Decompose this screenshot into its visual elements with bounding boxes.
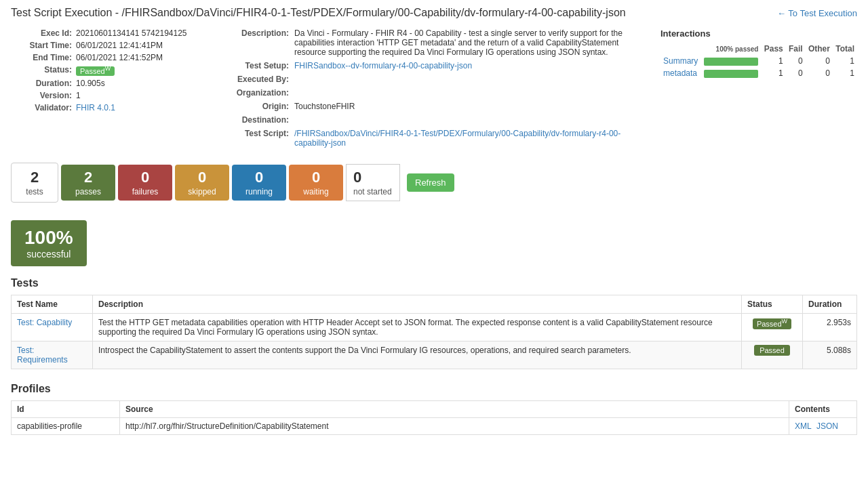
interaction-progress bbox=[701, 67, 762, 79]
desc-section: Description: Da Vinci - Formulary - FHIR… bbox=[214, 28, 647, 152]
success-pct: 100% bbox=[24, 227, 73, 249]
status-row: Status: PassedW bbox=[11, 65, 201, 76]
test-status-cell: PassedW bbox=[742, 314, 803, 341]
table-row: Test: Requirements Introspect the Capabi… bbox=[12, 341, 857, 369]
profile-source-cell: http://hl7.org/fhir/StructureDefinition/… bbox=[120, 418, 789, 435]
meta-section: Exec Id: 20210601134141 5742194125 Start… bbox=[11, 28, 201, 152]
progress-bar-fill bbox=[704, 70, 758, 78]
tests-header-row: Test Name Description Status Duration bbox=[12, 295, 857, 314]
status-badge: Passed bbox=[754, 345, 790, 356]
interactions-col-pass: Pass bbox=[761, 43, 785, 55]
progress-bar-fill bbox=[704, 58, 758, 66]
organization-row: Organization: bbox=[214, 88, 647, 98]
version-value: 1 bbox=[76, 91, 81, 100]
status-value: PassedW bbox=[76, 65, 115, 76]
col-description: Description bbox=[93, 295, 742, 314]
interactions-col-fail: Fail bbox=[786, 43, 806, 55]
page-title: Test Script Execution - /FHIRSandbox/DaV… bbox=[11, 7, 626, 19]
back-to-test-execution-link[interactable]: ← To Test Execution bbox=[777, 8, 857, 18]
not-started-num: 0 bbox=[353, 169, 393, 186]
executed-by-row: Executed By: bbox=[214, 75, 647, 84]
destination-label: Destination: bbox=[214, 115, 289, 125]
origin-label: Origin: bbox=[214, 102, 289, 111]
success-section: 100% successful bbox=[11, 220, 857, 266]
tests-table: Test Name Description Status Duration Te… bbox=[11, 295, 857, 369]
col-duration: Duration bbox=[803, 295, 857, 314]
interaction-pass: 1 bbox=[761, 67, 785, 79]
validator-value: FHIR 4.0.1 bbox=[76, 103, 115, 112]
test-status-cell: Passed bbox=[742, 341, 803, 369]
skipped-stat: 0 skipped bbox=[175, 165, 229, 201]
col-profile-id: Id bbox=[12, 401, 120, 418]
duration-label: Duration: bbox=[11, 79, 72, 88]
origin-value: TouchstoneFHIR bbox=[294, 102, 355, 111]
interactions-col-name bbox=[660, 43, 701, 55]
interaction-row: Summary 1 0 0 1 bbox=[660, 55, 857, 67]
not-started-label: not started bbox=[353, 187, 392, 196]
profiles-section: Profiles Id Source Contents capabilities… bbox=[11, 383, 857, 435]
interaction-link[interactable]: metadata bbox=[663, 68, 697, 78]
version-row: Version: 1 bbox=[11, 91, 201, 100]
interaction-total: 1 bbox=[833, 67, 857, 79]
interaction-progress bbox=[701, 55, 762, 67]
organization-label: Organization: bbox=[214, 88, 289, 98]
interactions-header-row: 100% passed Pass Fail Other Total bbox=[660, 43, 857, 55]
refresh-button[interactable]: Refresh bbox=[407, 173, 454, 192]
end-time-label: End Time: bbox=[11, 53, 72, 62]
exec-id-row: Exec Id: 20210601134141 5742194125 bbox=[11, 28, 201, 38]
exec-id-label: Exec Id: bbox=[11, 28, 72, 38]
list-item: capabilities-profile http://hl7.org/fhir… bbox=[12, 418, 857, 435]
interaction-other: 0 bbox=[806, 67, 833, 79]
passes-stat: 2 passes bbox=[61, 165, 115, 201]
interaction-fail: 0 bbox=[786, 67, 806, 79]
test-desc-cell: Introspect the CapabilityStatement to as… bbox=[93, 341, 742, 369]
test-name-cell: Test: Requirements bbox=[12, 341, 93, 369]
failures-label: failures bbox=[132, 187, 159, 196]
duration-value: 10.905s bbox=[76, 79, 105, 88]
waiting-stat: 0 waiting bbox=[289, 165, 343, 201]
stats-row: 2 tests 2 passes 0 failures 0 skipped 0 … bbox=[11, 163, 454, 203]
table-row: Test: Capability Test the HTTP GET metad… bbox=[12, 314, 857, 341]
profile-id-cell: capabilities-profile bbox=[12, 418, 120, 435]
profiles-table: Id Source Contents capabilities-profile … bbox=[11, 400, 857, 435]
col-profile-contents: Contents bbox=[789, 401, 857, 418]
tests-num: 2 bbox=[21, 169, 48, 186]
profiles-section-title: Profiles bbox=[11, 383, 857, 395]
test-desc-cell: Test the HTTP GET metadata capabilities … bbox=[93, 314, 742, 341]
running-stat: 0 running bbox=[232, 165, 286, 201]
desc-row: Description: Da Vinci - Formulary - FHIR… bbox=[214, 28, 647, 57]
profile-contents-cell: XML JSON bbox=[789, 418, 857, 435]
end-time-row: End Time: 06/01/2021 12:41:52PM bbox=[11, 53, 201, 62]
validator-link[interactable]: FHIR 4.0.1 bbox=[76, 103, 115, 112]
test-name-link[interactable]: Test: Requirements bbox=[17, 346, 68, 365]
col-status: Status bbox=[742, 295, 803, 314]
interaction-name: metadata bbox=[660, 67, 701, 79]
setup-row: Test Setup: FHIRSandbox--dv-formulary-r4… bbox=[214, 61, 647, 70]
profile-json-link[interactable]: JSON bbox=[816, 421, 838, 431]
interactions-section: Interactions 100% passed Pass Fail Other… bbox=[660, 28, 857, 152]
status-label: Status: bbox=[11, 65, 72, 76]
test-name-cell: Test: Capability bbox=[12, 314, 93, 341]
status-badge: PassedW bbox=[753, 318, 791, 329]
status-badge: PassedW bbox=[76, 66, 115, 76]
tests-stat: 2 tests bbox=[11, 163, 58, 203]
profile-xml-link[interactable]: XML bbox=[795, 421, 812, 431]
failures-num: 0 bbox=[127, 169, 163, 186]
setup-label: Test Setup: bbox=[214, 61, 289, 70]
end-time-value: 06/01/2021 12:41:52PM bbox=[76, 53, 163, 62]
setup-link[interactable]: FHIRSandbox--dv-formulary-r4-00-capabili… bbox=[294, 61, 472, 70]
version-label: Version: bbox=[11, 91, 72, 100]
tests-section: Tests Test Name Description Status Durat… bbox=[11, 277, 857, 369]
test-name-link[interactable]: Test: Capability bbox=[17, 318, 72, 327]
interactions-col-total: Total bbox=[833, 43, 857, 55]
interaction-total: 1 bbox=[833, 55, 857, 67]
test-script-row: Test Script: /FHIRSandbox/DaVinci/FHIR4-… bbox=[214, 129, 647, 148]
test-script-label: Test Script: bbox=[214, 129, 289, 148]
top-section: Exec Id: 20210601134141 5742194125 Start… bbox=[11, 28, 857, 152]
interaction-link[interactable]: Summary bbox=[663, 56, 698, 66]
stats-wrapper: 2 tests 2 passes 0 failures 0 skipped 0 … bbox=[11, 163, 857, 209]
test-script-link[interactable]: /FHIRSandbox/DaVinci/FHIR4-0-1-Test/PDEX… bbox=[294, 129, 620, 148]
profiles-header-row: Id Source Contents bbox=[12, 401, 857, 418]
test-duration-cell: 2.953s bbox=[803, 314, 857, 341]
interactions-title: Interactions bbox=[660, 28, 857, 39]
